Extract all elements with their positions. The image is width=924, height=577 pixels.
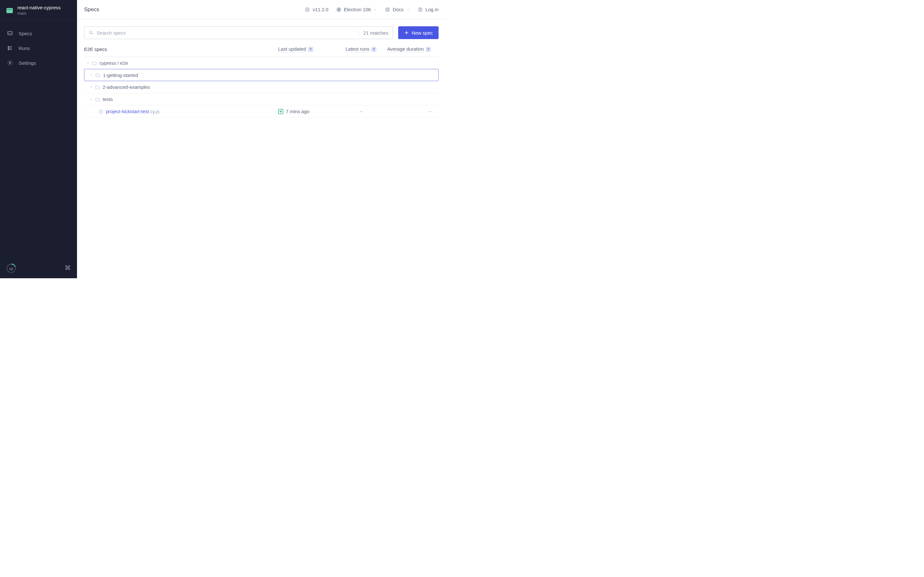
gear-icon [7,60,13,66]
login-button[interactable]: Log in [418,7,439,12]
electron-icon [336,7,341,12]
svg-point-7 [305,8,309,11]
column-updated[interactable]: Last updated [278,46,306,52]
help-badge-icon[interactable]: ? [371,47,376,52]
help-badge-icon[interactable]: ? [426,47,431,52]
version-label: v11.2.0 [312,7,328,12]
folder-row[interactable]: 1-getting-started [84,69,439,81]
project-name: react-native-cypress [17,5,61,11]
svg-rect-0 [8,31,12,35]
new-spec-label: New spec [412,30,433,35]
lifebuoy-icon [385,7,390,12]
svg-point-1 [8,46,9,47]
spec-file-name: project-kickstart-test [106,109,149,114]
svg-text:cy: cy [9,267,13,271]
chevron-down-icon [406,8,410,11]
new-spec-button[interactable]: New spec [398,26,439,39]
runs-icon [7,45,13,51]
version-button[interactable]: v11.2.0 [305,7,328,12]
spec-file-row[interactable]: project-kickstart-test.cy.js 7 mins ago … [84,105,439,118]
page-title: Specs [84,6,99,13]
chevron-right-icon [89,85,94,89]
svg-point-2 [8,48,9,49]
svg-point-3 [8,49,9,50]
project-icon [6,8,13,13]
column-name: E2E specs [84,47,278,52]
nav-item-runs[interactable]: Runs [0,41,77,55]
sidebar-project-header[interactable]: react-native-cypress main [0,0,77,20]
nav-item-settings[interactable]: Settings [0,55,77,70]
search-container[interactable]: 21 matches [84,26,393,39]
docs-button[interactable]: Docs [385,7,410,12]
login-label: Log in [425,7,439,12]
folder-icon [95,85,100,89]
file-icon [99,109,103,114]
folder-icon [95,97,100,102]
folder-name: 1-getting-started [103,73,138,78]
topbar: Specs v11.2.0 Electron 106 [77,0,446,19]
folder-row[interactable]: tests [84,93,439,105]
nav-item-label: Runs [19,45,30,51]
svg-point-16 [420,8,421,10]
svg-point-4 [9,62,11,64]
nav-item-specs[interactable]: Specs [0,26,77,41]
column-runs[interactable]: Latest runs [346,46,369,52]
svg-point-9 [338,9,339,10]
folder-name: cypress / e2e [99,60,128,66]
help-badge-icon[interactable]: ? [308,47,313,52]
sidebar: react-native-cypress main Specs [0,0,77,278]
browser-selector[interactable]: Electron 106 [336,7,377,12]
cypress-logo[interactable]: cy [6,263,16,273]
folder-name: tests [103,97,113,102]
folder-icon [92,61,97,65]
svg-point-17 [89,31,92,34]
spec-file-ext: .cy.js [149,109,160,114]
docs-label: Docs [393,7,404,12]
folder-name: 2-advanced-examples [103,84,150,90]
chevron-right-icon [89,73,94,77]
keyboard-shortcuts-icon[interactable] [65,265,71,272]
svg-point-8 [307,9,309,10]
chevron-down-icon [86,61,90,65]
spec-duration: -- [387,109,439,114]
folder-row-root[interactable]: cypress / e2e [84,57,439,69]
browser-label: Electron 106 [344,7,371,12]
nav-item-label: Specs [19,31,32,36]
search-matches-count: 21 matches [359,30,389,35]
folder-row[interactable]: 2-advanced-examples [84,81,439,93]
svg-point-14 [387,9,388,10]
chevron-down-icon [89,97,94,101]
plus-icon [404,30,409,35]
spec-updated: 7 mins ago [286,109,309,114]
columns-header: E2E specs Last updated ? Latest runs ? A… [84,46,439,57]
spec-runs: -- [346,109,387,114]
folder-icon [95,73,100,77]
git-added-icon [278,109,283,114]
project-branch: main [17,11,61,16]
search-icon [89,31,94,35]
specs-icon [7,31,13,36]
spec-tree: cypress / e2e 1-getting [84,57,439,118]
chevron-down-icon [373,8,377,11]
nav-item-label: Settings [19,60,36,66]
user-icon [418,7,423,12]
column-duration[interactable]: Average duration [387,46,424,52]
version-icon [305,7,310,12]
search-input[interactable] [97,30,355,35]
